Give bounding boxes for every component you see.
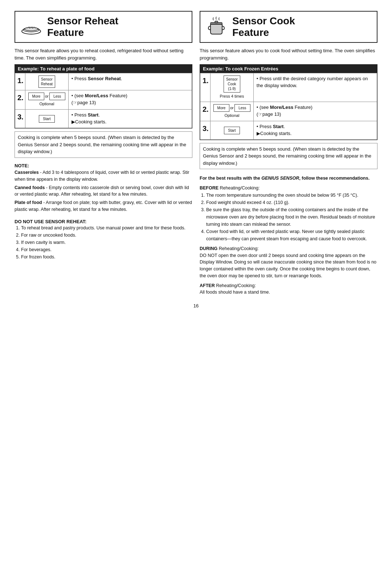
cook-complete-note: Cooking is complete when 5 beeps sound. … (200, 143, 377, 169)
reheat-step-3: 3. Start • Press Start.▶Cooking starts. (15, 110, 192, 128)
reheat-step-2: 2. More or Less Optional • (see More/Les… (15, 90, 192, 110)
do-not-4: For beverages. (21, 246, 192, 253)
start-button-reheat: Start (39, 115, 55, 123)
during-text: DO NOT open the oven door until 2 beeps … (200, 252, 377, 279)
do-not-title: DO NOT USE SENSOR REHEAT: (15, 219, 192, 224)
cook-steps-table: 1. Sensor Cook (1-9) Press 4 times • Pre… (200, 73, 377, 140)
cook-example: Example: To cook Frozen Entrées 1. Senso… (200, 64, 377, 140)
before-item-4: Cover food with lid, or with vented plas… (206, 228, 377, 242)
cook-icon (205, 16, 227, 38)
reheat-step-3-text: • Press Start.▶Cooking starts. (68, 110, 192, 128)
reheat-step-1-text: • Press Sensor Reheat. (68, 73, 192, 90)
more-or-less-cook: More or Less (213, 104, 250, 112)
reheat-complete-note: Cooking is complete when 5 beeps sound. … (15, 131, 192, 158)
svg-rect-4 (215, 21, 218, 23)
reheat-description: This sensor feature allows you to reheat… (15, 47, 192, 61)
after-section: AFTER Reheating/Cooking: (200, 282, 377, 289)
reheat-header: Sensor Reheat Feature (15, 11, 192, 43)
reheat-title: Sensor Reheat Feature (47, 15, 118, 38)
right-column: Sensor Cook Feature This sensor feature … (200, 11, 377, 296)
reheat-example: Example: To reheat a plate of food 1. Se… (15, 64, 192, 128)
page-number: 16 (15, 303, 377, 308)
during-section: DURING Reheating/Cooking: (200, 245, 377, 252)
press-4-times: Press 4 times (213, 94, 250, 99)
do-not-list: To reheat bread and pastry products. Use… (21, 224, 192, 261)
cook-step-2-text: • (see More/Less Feature)(☞page 13) (253, 102, 377, 121)
cook-description: This sensor feature allows you to cook f… (200, 47, 377, 61)
genius-sensor-section: For the best results with the GENIUS SEN… (200, 175, 377, 296)
do-not-2: For raw or uncooked foods. (21, 232, 192, 239)
before-item-1: The room temperature surrounding the ove… (206, 192, 377, 199)
cook-title: Sensor Cook Feature (232, 15, 295, 38)
more-or-less-reheat: More or Less (28, 93, 65, 100)
cook-step-3-text: • Press Start.▶Cooking starts. (253, 121, 377, 140)
reheat-notes: NOTE: Casseroles - Add 3 to 4 tablespoon… (15, 162, 192, 213)
note-title: NOTE: (15, 162, 192, 169)
genius-title: For the best results with the GENIUS SEN… (200, 175, 377, 182)
cook-step-1: 1. Sensor Cook (1-9) Press 4 times • Pre… (200, 73, 377, 102)
note-canned: Canned foods - Empty contents into casse… (15, 184, 192, 198)
cook-header: Sensor Cook Feature (200, 11, 377, 43)
before-item-2: Food weight should exceed 4 oz. (110 g). (206, 199, 377, 206)
optional-reheat: Optional (28, 101, 65, 107)
reheat-icon (20, 16, 42, 38)
do-not-section: DO NOT USE SENSOR REHEAT: To reheat brea… (15, 216, 192, 261)
reheat-step-2-text: • (see More/Less Feature)(☞page 13) (68, 90, 192, 110)
sensor-cook-button: Sensor Cook (1-9) (224, 75, 240, 93)
before-item-3: Be sure the glass tray, the outside of t… (206, 206, 377, 228)
optional-cook: Optional (213, 113, 250, 119)
sensor-reheat-button: Sensor Reheat (38, 75, 55, 88)
before-section: BEFORE Reheating/Cooking: (200, 185, 377, 192)
left-column: Sensor Reheat Feature This sensor featur… (15, 11, 192, 296)
reheat-steps-table: 1. Sensor Reheat • Press Sensor Reheat. … (15, 73, 192, 128)
reheat-step-1: 1. Sensor Reheat • Press Sensor Reheat. (15, 73, 192, 90)
do-not-1: To reheat bread and pastry products. Use… (21, 224, 192, 232)
after-text: All foods should have a stand time. (200, 289, 377, 296)
cook-example-header: Example: To cook Frozen Entrées (200, 65, 377, 73)
do-not-5: For frozen foods. (21, 253, 192, 261)
cook-step-3: 3. Start • Press Start.▶Cooking starts. (200, 121, 377, 140)
cook-step-2: 2. More or Less Optional • (see More/Les… (200, 102, 377, 121)
do-not-3: If oven cavity is warm. (21, 239, 192, 246)
cook-step-1-text: • Press until the desired category numbe… (253, 73, 377, 102)
reheat-example-header: Example: To reheat a plate of food (15, 65, 192, 73)
before-list: The room temperature surrounding the ove… (206, 192, 377, 242)
start-button-cook: Start (224, 127, 240, 134)
note-casseroles: Casseroles - Add 3 to 4 tablespoons of l… (15, 169, 192, 183)
page-content: Sensor Reheat Feature This sensor featur… (15, 11, 377, 296)
note-plate: Plate of food - Arrange food on plate; t… (15, 199, 192, 213)
